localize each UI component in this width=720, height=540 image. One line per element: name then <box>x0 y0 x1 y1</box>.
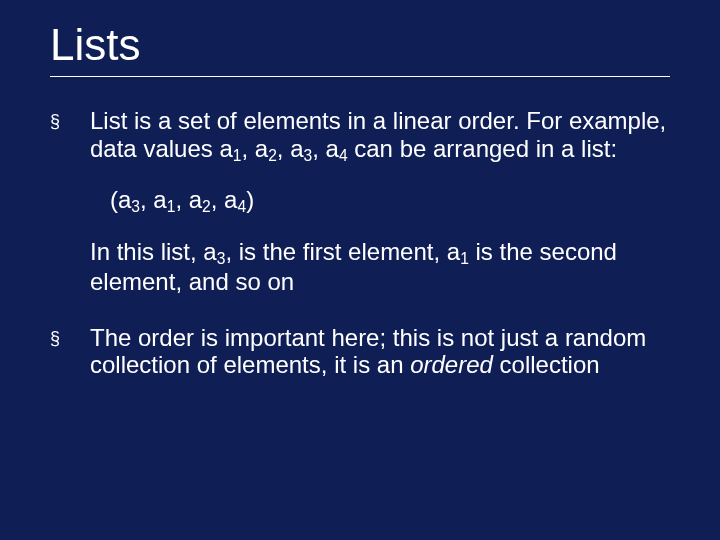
text: , a <box>140 186 167 213</box>
subscript: 3 <box>304 146 313 163</box>
list-item: § List is a set of elements in a linear … <box>50 107 670 296</box>
subscript: 3 <box>131 198 140 215</box>
text: In this list, a <box>90 238 217 265</box>
list-item: § The order is important here; this is n… <box>50 324 670 379</box>
slide-title: Lists <box>50 20 670 70</box>
emphasis: ordered <box>410 351 493 378</box>
text: , a <box>241 135 268 162</box>
bullet-list: § List is a set of elements in a linear … <box>50 107 670 379</box>
subscript: 4 <box>339 146 348 163</box>
item-body: The order is important here; this is not… <box>90 324 670 379</box>
text: , a <box>175 186 202 213</box>
example-tuple: (a3, a1, a2, a4) <box>110 186 670 216</box>
slide: Lists § List is a set of elements in a l… <box>0 0 720 540</box>
paragraph: In this list, a3, is the first element, … <box>90 238 670 295</box>
text: , is the first element, a <box>225 238 460 265</box>
subscript: 4 <box>237 198 246 215</box>
subscript: 1 <box>460 250 469 267</box>
subscript: 2 <box>268 146 277 163</box>
text: , a <box>211 186 238 213</box>
paragraph: List is a set of elements in a linear or… <box>90 107 670 164</box>
text: ) <box>246 186 254 213</box>
bullet-marker-icon: § <box>50 324 90 349</box>
text: , a <box>312 135 339 162</box>
text: collection <box>493 351 600 378</box>
bullet-marker-icon: § <box>50 107 90 132</box>
text: , a <box>277 135 304 162</box>
text: (a <box>110 186 131 213</box>
text: can be arranged in a list: <box>348 135 618 162</box>
subscript: 2 <box>202 198 211 215</box>
title-rule <box>50 76 670 77</box>
item-body: List is a set of elements in a linear or… <box>90 107 670 296</box>
